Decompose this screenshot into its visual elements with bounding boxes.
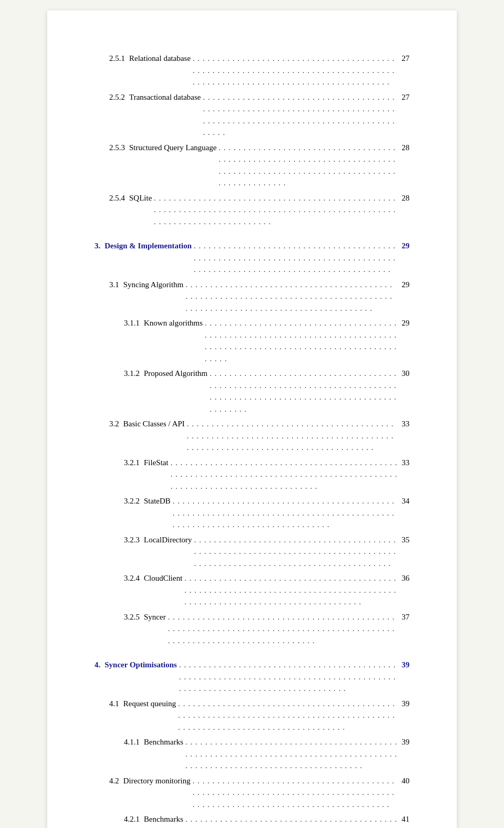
toc-dots-2.5.3: . . . . . . . . . . . . . . . . . . . . … [219,142,397,189]
toc-number-3.2.5: 3.2.5 [124,611,140,623]
toc-label-2.5.4: SQLite [129,192,152,204]
toc-entry-4.1: 4.1Request queuing . . . . . . . . . . .… [109,698,410,733]
toc-page-3.2.2: 34 [402,495,410,507]
toc-dots-4.1.1: . . . . . . . . . . . . . . . . . . . . … [185,736,397,772]
toc-label-4.2: Directory monitoring [123,775,191,787]
toc-number-4.2: 4.2 [109,775,119,787]
toc-number-3.2.4: 3.2.4 [124,572,140,584]
toc-number-3: 3. [94,240,100,252]
toc-dots-4.2.1: . . . . . . . . . . . . . . . . . . . . … [185,813,397,828]
toc-number-3.1: 3.1 [109,279,119,291]
toc-number-3.1.2: 3.1.2 [124,368,140,380]
toc-label-4: Syncer Optimisations [104,659,177,671]
toc-label-3.1.1: Known algorithms [144,317,203,329]
toc-page-4.1: 39 [402,698,410,710]
toc-entry-4.2.1: 4.2.1Benchmarks . . . . . . . . . . . . … [124,813,410,828]
toc-entry-3.1: 3.1Syncing Algorithm . . . . . . . . . .… [109,279,410,315]
toc-page-3.1.2: 30 [402,368,410,380]
toc-entry-2.5.4: 2.5.4SQLite . . . . . . . . . . . . . . … [109,192,410,228]
toc-label-3.2.2: StateDB [144,495,171,507]
toc-label-2.5.3: Structured Query Language [129,142,217,154]
toc-entry-3.2.2: 3.2.2StateDB . . . . . . . . . . . . . .… [124,495,410,531]
toc-label-3.2.3: LocalDirectory [144,534,192,546]
toc-number-2.5.3: 2.5.3 [109,142,125,154]
toc-number-4.1: 4.1 [109,698,119,710]
toc-page-3.2: 33 [402,418,410,430]
toc-page-3: 29 [402,240,410,252]
toc-dots-2.5.4: . . . . . . . . . . . . . . . . . . . . … [154,192,397,228]
toc-number-3.2.3: 3.2.3 [124,534,140,546]
toc-dots-3.2.3: . . . . . . . . . . . . . . . . . . . . … [194,534,397,570]
toc-page-2.5.3: 28 [402,142,410,154]
toc-entry-3.2: 3.2Basic Classes / API . . . . . . . . .… [109,418,410,454]
toc-label-4.1.1: Benchmarks [144,736,183,748]
toc-number-2.5.4: 2.5.4 [109,192,125,204]
toc-number-2.5.1: 2.5.1 [109,53,125,65]
toc-page-3.1.1: 29 [402,317,410,329]
toc-number-3.1.1: 3.1.1 [124,317,140,329]
toc-entry-3.2.3: 3.2.3LocalDirectory . . . . . . . . . . … [124,534,410,570]
toc-dots-3.2.5: . . . . . . . . . . . . . . . . . . . . … [168,611,397,647]
toc-dots-4.2: . . . . . . . . . . . . . . . . . . . . … [193,775,397,811]
toc-label-3.1: Syncing Algorithm [123,279,184,291]
toc-dots-2.5.2: . . . . . . . . . . . . . . . . . . . . … [203,91,398,139]
toc-entry-4.1.1: 4.1.1Benchmarks . . . . . . . . . . . . … [124,736,410,772]
toc-label-2.5.1: Relational database [129,53,191,65]
toc-dots-4: . . . . . . . . . . . . . . . . . . . . … [179,659,397,695]
toc-entry-3.2.5: 3.2.5Syncer . . . . . . . . . . . . . . … [124,611,410,647]
toc-entry-3.1.1: 3.1.1Known algorithms . . . . . . . . . … [124,317,410,364]
toc-dots-3.1: . . . . . . . . . . . . . . . . . . . . … [185,279,397,315]
toc-page-2.5.2: 27 [402,91,410,103]
toc-label-3: Design & Implementation [104,240,192,252]
toc-page-4.1.1: 39 [402,736,410,748]
toc-dots-3.1.2: . . . . . . . . . . . . . . . . . . . . … [209,368,397,415]
toc-page-3.2.4: 36 [402,572,410,584]
toc-number-2.5.2: 2.5.2 [109,91,125,103]
toc-label-2.5.2: Transactional database [129,91,201,103]
toc-number-3.2: 3.2 [109,418,119,430]
toc-label-4.1: Request queuing [123,698,176,710]
toc-page-3.2.3: 35 [402,534,410,546]
toc-page-2.5.4: 28 [402,192,410,204]
toc-page-4.2.1: 41 [402,813,410,825]
toc-label-3.1.2: Proposed Algorithm [144,368,207,380]
toc-number-3.2.2: 3.2.2 [124,495,140,507]
toc-dots-3.2: . . . . . . . . . . . . . . . . . . . . … [187,418,397,454]
toc-page-3.2.5: 37 [402,611,410,623]
toc-dots-3.2.4: . . . . . . . . . . . . . . . . . . . . … [184,572,397,608]
toc-label-3.2: Basic Classes / API [123,418,185,430]
toc-entry-4.2: 4.2Directory monitoring . . . . . . . . … [109,775,410,811]
toc-page-2.5.1: 27 [402,53,410,65]
toc-page-4: 39 [402,659,410,671]
toc-label-3.2.5: Syncer [144,611,166,623]
toc-number-4.1.1: 4.1.1 [124,736,140,748]
toc-label-4.2.1: Benchmarks [144,813,183,825]
page: 2.5.1Relational database . . . . . . . .… [47,11,457,828]
toc-page-3.2.1: 33 [402,457,410,469]
toc-number-4: 4. [94,659,100,671]
toc-entry-3.1.2: 3.1.2Proposed Algorithm . . . . . . . . … [124,368,410,415]
toc-entry-3.2.1: 3.2.1FileStat . . . . . . . . . . . . . … [124,457,410,492]
toc-page-4.2: 40 [402,775,410,787]
toc-label-3.2.4: CloudClient [144,572,182,584]
toc-number-3.2.1: 3.2.1 [124,457,140,469]
toc-label-3.2.1: FileStat [144,457,169,469]
toc-dots-2.5.1: . . . . . . . . . . . . . . . . . . . . … [193,53,397,88]
toc-page-3.1: 29 [402,279,410,291]
toc-entry-3: 3.Design & Implementation . . . . . . . … [94,240,410,276]
toc-entry-2.5.1: 2.5.1Relational database . . . . . . . .… [109,53,410,88]
toc-entry-4: 4.Syncer Optimisations . . . . . . . . .… [94,659,410,695]
toc-dots-3.2.2: . . . . . . . . . . . . . . . . . . . . … [173,495,397,531]
toc-entry-2.5.3: 2.5.3Structured Query Language . . . . .… [109,142,410,189]
toc-dots-3.1.1: . . . . . . . . . . . . . . . . . . . . … [205,317,397,364]
toc-dots-3.2.1: . . . . . . . . . . . . . . . . . . . . … [171,457,397,492]
toc-dots-4.1: . . . . . . . . . . . . . . . . . . . . … [178,698,397,733]
toc-number-4.2.1: 4.2.1 [124,813,140,825]
table-of-contents: 2.5.1Relational database . . . . . . . .… [94,53,410,828]
toc-dots-3: . . . . . . . . . . . . . . . . . . . . … [194,240,397,276]
toc-entry-3.2.4: 3.2.4CloudClient . . . . . . . . . . . .… [124,572,410,608]
toc-entry-2.5.2: 2.5.2Transactional database . . . . . . … [109,91,410,139]
